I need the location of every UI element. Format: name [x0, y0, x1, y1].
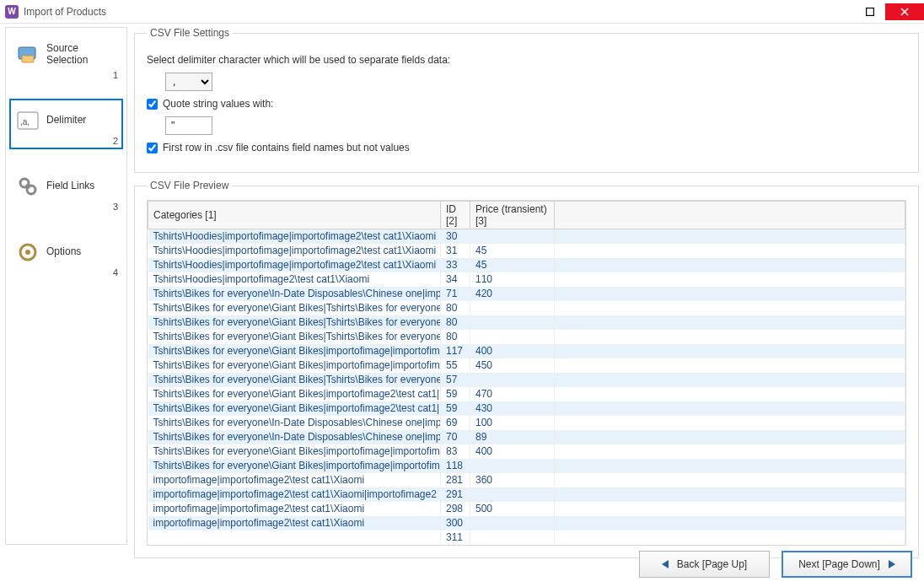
table-cell: [555, 244, 905, 258]
table-cell: importofimage|importofimage2\test cat1\X…: [148, 473, 441, 487]
step-label: Options: [46, 246, 81, 258]
table-row[interactable]: Tshirts\Bikes for everyone\Giant Bikes|i…: [148, 344, 905, 358]
table-cell: [470, 459, 555, 473]
svg-rect-0: [867, 8, 874, 15]
table-row[interactable]: Tshirts\Bikes for everyone\Giant Bikes|i…: [148, 444, 905, 459]
table-cell: [470, 487, 555, 502]
column-header[interactable]: ID [2]: [441, 202, 470, 229]
table-cell: [555, 344, 905, 358]
table-cell: [470, 373, 555, 387]
table-row[interactable]: Tshirts\Bikes for everyone\Giant Bikes|T…: [148, 301, 905, 315]
table-cell: Tshirts\Bikes for everyone\Giant Bikes|i…: [148, 344, 441, 358]
csv-preview-group: CSV File Preview Categories [1]ID [2]Pri…: [134, 180, 919, 558]
table-cell: Tshirts\Bikes for everyone\Giant Bikes|T…: [148, 301, 441, 315]
table-cell: 45: [470, 244, 555, 258]
table-cell: Tshirts\Bikes for everyone\Giant Bikes|i…: [148, 459, 441, 473]
step-icon: [16, 43, 40, 67]
table-cell: 59: [441, 387, 470, 401]
table-row[interactable]: Tshirts\Bikes for everyone\Giant Bikes|i…: [148, 459, 905, 473]
column-header[interactable]: Categories [1]: [148, 202, 441, 229]
table-row[interactable]: importofimage|importofimage2\test cat1\X…: [148, 516, 905, 530]
arrow-left-icon: [662, 560, 669, 568]
wizard-step-source-selection[interactable]: Source Selection1: [9, 33, 123, 83]
column-header[interactable]: [555, 202, 905, 229]
delimiter-select[interactable]: ,: [165, 73, 212, 91]
table-cell: 420: [470, 287, 555, 301]
wizard-step-delimiter[interactable]: ,a,Delimiter2: [9, 99, 123, 149]
table-cell: 311: [441, 530, 470, 545]
table-cell: Tshirts\Bikes for everyone\Giant Bikes|T…: [148, 315, 441, 330]
table-cell: 80: [441, 301, 470, 315]
table-row[interactable]: importofimage|importofimage2\test cat1\X…: [148, 487, 905, 502]
table-row[interactable]: Tshirts\Bikes for everyone\Giant Bikes|T…: [148, 373, 905, 387]
table-cell: [555, 301, 905, 315]
table-cell: [555, 487, 905, 502]
table-row[interactable]: Tshirts\Bikes for everyone\In-Date Dispo…: [148, 430, 905, 444]
table-cell: [555, 459, 905, 473]
wizard-step-field-links[interactable]: Field Links3: [9, 164, 123, 215]
delimiter-label: Select delimiter character which will be…: [147, 54, 450, 66]
table-cell: [148, 530, 441, 545]
back-button[interactable]: Back [Page Up]: [639, 551, 770, 578]
table-row[interactable]: Tshirts\Hoodies|importofimage|importofim…: [148, 229, 905, 244]
table-cell: Tshirts\Bikes for everyone\In-Date Dispo…: [148, 430, 441, 444]
table-cell: Tshirts\Hoodies|importofimage|importofim…: [148, 244, 441, 258]
preview-scroll-area[interactable]: Categories [1]ID [2]Price (transient) [3…: [147, 200, 906, 546]
table-cell: 281: [441, 473, 470, 487]
table-cell: [555, 315, 905, 330]
close-button[interactable]: [885, 3, 924, 20]
table-row[interactable]: importofimage|importofimage2\test cat1\X…: [148, 473, 905, 487]
table-row[interactable]: Tshirts\Hoodies|importofimage|importofim…: [148, 258, 905, 272]
app-icon: W: [5, 5, 19, 19]
maximize-button[interactable]: [857, 3, 884, 20]
table-cell: 110: [470, 272, 555, 287]
table-cell: [470, 516, 555, 530]
table-row[interactable]: Tshirts\Bikes for everyone\Giant Bikes|i…: [148, 387, 905, 401]
csv-preview-legend: CSV File Preview: [147, 180, 232, 191]
table-cell: [555, 330, 905, 344]
table-row[interactable]: Tshirts\Bikes for everyone\Giant Bikes|i…: [148, 401, 905, 416]
table-cell: [555, 272, 905, 287]
table-row[interactable]: importofimage|importofimage2\test cat1\X…: [148, 502, 905, 516]
table-cell: Tshirts\Bikes for everyone\Giant Bikes|i…: [148, 387, 441, 401]
table-cell: [470, 301, 555, 315]
table-cell: 55: [441, 358, 470, 373]
table-row[interactable]: Tshirts\Bikes for everyone\Giant Bikes|T…: [148, 315, 905, 330]
table-cell: [470, 530, 555, 545]
table-cell: 89: [470, 430, 555, 444]
step-label: Delimiter: [46, 115, 86, 127]
table-row[interactable]: 311: [148, 530, 905, 545]
window-title: Import of Products: [24, 6, 106, 18]
step-number: 2: [113, 136, 118, 146]
next-button[interactable]: Next [Page Down]: [782, 551, 912, 578]
table-row[interactable]: Tshirts\Hoodies|importofimage2\test cat1…: [148, 272, 905, 287]
table-row[interactable]: Tshirts\Bikes for everyone\In-Date Dispo…: [148, 287, 905, 301]
table-cell: 80: [441, 330, 470, 344]
quote-char-input[interactable]: [165, 116, 212, 135]
table-cell: Tshirts\Bikes for everyone\In-Date Dispo…: [148, 416, 441, 430]
table-cell: 57: [441, 373, 470, 387]
table-cell: Tshirts\Bikes for everyone\Giant Bikes|i…: [148, 444, 441, 459]
quote-checkbox-label[interactable]: Quote string values with:: [147, 98, 273, 110]
step-label: Field Links: [46, 180, 94, 192]
table-row[interactable]: Tshirts\Bikes for everyone\Giant Bikes|i…: [148, 358, 905, 373]
table-row[interactable]: Tshirts\Bikes for everyone\In-Date Dispo…: [148, 416, 905, 430]
table-cell: 80: [441, 315, 470, 330]
step-number: 1: [113, 70, 118, 80]
table-cell: Tshirts\Bikes for everyone\Giant Bikes|i…: [148, 358, 441, 373]
table-cell: [555, 358, 905, 373]
table-cell: 70: [441, 430, 470, 444]
table-row[interactable]: Tshirts\Hoodies|importofimage|importofim…: [148, 244, 905, 258]
table-cell: [555, 401, 905, 416]
firstrow-checkbox[interactable]: [147, 143, 158, 153]
wizard-step-options[interactable]: Options4: [9, 230, 123, 281]
quote-checkbox[interactable]: [147, 99, 158, 110]
table-cell: 430: [470, 401, 555, 416]
table-cell: 291: [441, 487, 470, 502]
table-cell: 400: [470, 344, 555, 358]
table-cell: 450: [470, 358, 555, 373]
firstrow-checkbox-label[interactable]: First row in .csv file contains field na…: [147, 142, 410, 153]
column-header[interactable]: Price (transient) [3]: [470, 202, 555, 229]
table-row[interactable]: Tshirts\Bikes for everyone\Giant Bikes|T…: [148, 330, 905, 344]
table-cell: 298: [441, 502, 470, 516]
